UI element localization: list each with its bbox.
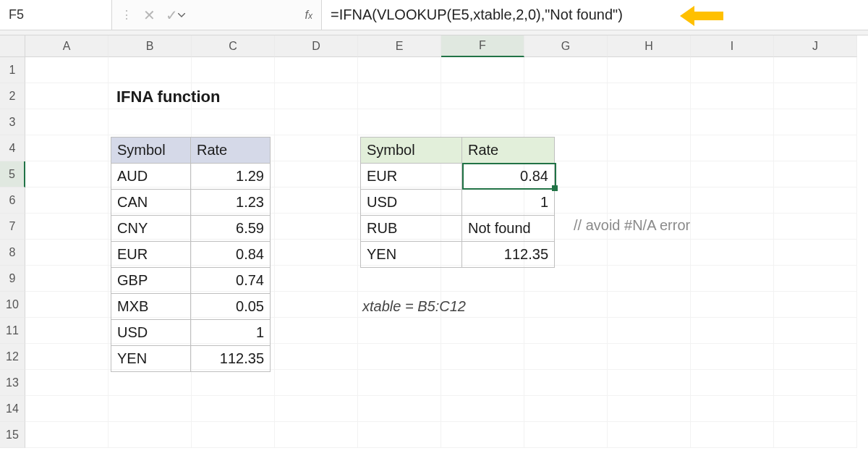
- row-header-6[interactable]: 6: [0, 187, 25, 214]
- cell[interactable]: [192, 396, 275, 422]
- cell[interactable]: [25, 422, 109, 448]
- cell[interactable]: [358, 422, 441, 448]
- fill-handle[interactable]: [552, 185, 558, 191]
- cell[interactable]: [691, 318, 774, 344]
- cell[interactable]: [774, 57, 857, 83]
- cell[interactable]: [691, 344, 774, 370]
- cell[interactable]: [275, 187, 358, 214]
- cell[interactable]: [25, 318, 109, 344]
- cell[interactable]: [774, 83, 857, 109]
- cell[interactable]: [774, 135, 857, 161]
- cell[interactable]: [691, 161, 774, 187]
- cell-value[interactable]: GBP: [111, 268, 191, 294]
- cell[interactable]: [524, 422, 608, 448]
- row-header-1[interactable]: 1: [0, 57, 25, 83]
- cell[interactable]: [691, 83, 774, 109]
- cell[interactable]: [691, 370, 774, 396]
- select-all-corner[interactable]: [0, 35, 25, 57]
- cell[interactable]: [25, 135, 109, 161]
- cell[interactable]: [275, 135, 358, 161]
- cell[interactable]: [774, 161, 857, 187]
- cell[interactable]: [524, 396, 608, 422]
- cell[interactable]: [608, 318, 691, 344]
- cell[interactable]: [441, 318, 524, 344]
- cell[interactable]: [774, 266, 857, 292]
- row-header-7[interactable]: 7: [0, 214, 25, 240]
- row-header-14[interactable]: 14: [0, 396, 25, 422]
- cell[interactable]: [109, 109, 192, 135]
- col-header-F[interactable]: F: [441, 35, 524, 57]
- formula-input[interactable]: [322, 0, 868, 30]
- cell[interactable]: [691, 292, 774, 318]
- cell-value[interactable]: 0.05: [191, 294, 271, 320]
- cell-value[interactable]: 0.74: [191, 268, 271, 294]
- cell[interactable]: [774, 109, 857, 135]
- cell[interactable]: [441, 344, 524, 370]
- cell[interactable]: [25, 344, 109, 370]
- cell[interactable]: [441, 396, 524, 422]
- cell[interactable]: [358, 83, 441, 109]
- cell[interactable]: [275, 57, 358, 83]
- cell-value[interactable]: YEN: [361, 242, 462, 268]
- cell[interactable]: [358, 370, 441, 396]
- cell[interactable]: [275, 292, 358, 318]
- cell-value[interactable]: 1.23: [191, 190, 271, 216]
- cell[interactable]: [25, 292, 109, 318]
- cell[interactable]: [691, 214, 774, 240]
- cell[interactable]: [608, 187, 691, 214]
- col-header-H[interactable]: H: [608, 35, 691, 57]
- cell[interactable]: [524, 292, 608, 318]
- cell[interactable]: [275, 266, 358, 292]
- cell[interactable]: [524, 57, 608, 83]
- row-header-8[interactable]: 8: [0, 240, 25, 266]
- cell[interactable]: [524, 370, 608, 396]
- cell[interactable]: [691, 240, 774, 266]
- row-header-3[interactable]: 3: [0, 109, 25, 135]
- cell[interactable]: [691, 422, 774, 448]
- row-header-4[interactable]: 4: [0, 135, 25, 161]
- row-header-9[interactable]: 9: [0, 266, 25, 292]
- cell[interactable]: [358, 318, 441, 344]
- row-header-10[interactable]: 10: [0, 292, 25, 318]
- cell[interactable]: [192, 57, 275, 83]
- col-header-J[interactable]: J: [774, 35, 857, 57]
- cell[interactable]: [275, 344, 358, 370]
- cell[interactable]: [608, 344, 691, 370]
- cell[interactable]: [524, 344, 608, 370]
- cell[interactable]: [275, 318, 358, 344]
- row-header-13[interactable]: 13: [0, 370, 25, 396]
- cell[interactable]: [524, 109, 608, 135]
- cell[interactable]: [774, 344, 857, 370]
- cell-value[interactable]: 112.35: [191, 346, 271, 372]
- cell[interactable]: [774, 370, 857, 396]
- cell[interactable]: [441, 109, 524, 135]
- cell[interactable]: [608, 422, 691, 448]
- cell-value[interactable]: USD: [361, 190, 462, 216]
- cell-value[interactable]: CNY: [111, 216, 191, 242]
- cell[interactable]: [441, 422, 524, 448]
- cell[interactable]: [441, 83, 524, 109]
- col-header-A[interactable]: A: [25, 35, 109, 57]
- cell[interactable]: [691, 57, 774, 83]
- cell-value[interactable]: 0.84: [462, 164, 555, 190]
- row-header-12[interactable]: 12: [0, 344, 25, 370]
- cell[interactable]: [608, 83, 691, 109]
- cell[interactable]: [608, 161, 691, 187]
- cell[interactable]: [691, 187, 774, 214]
- cell[interactable]: [524, 318, 608, 344]
- cell[interactable]: [275, 83, 358, 109]
- fx-icon[interactable]: fx: [305, 9, 312, 22]
- cell[interactable]: [691, 135, 774, 161]
- cell[interactable]: [109, 422, 192, 448]
- cell[interactable]: [774, 318, 857, 344]
- cell-value[interactable]: MXB: [111, 294, 191, 320]
- row-header-5[interactable]: 5: [0, 161, 25, 187]
- cell[interactable]: [441, 370, 524, 396]
- cell[interactable]: [774, 292, 857, 318]
- cell[interactable]: [25, 214, 109, 240]
- cell[interactable]: [25, 396, 109, 422]
- cell-value[interactable]: 112.35: [462, 242, 555, 268]
- cell[interactable]: [774, 240, 857, 266]
- cell[interactable]: [608, 396, 691, 422]
- row-header-15[interactable]: 15: [0, 422, 25, 448]
